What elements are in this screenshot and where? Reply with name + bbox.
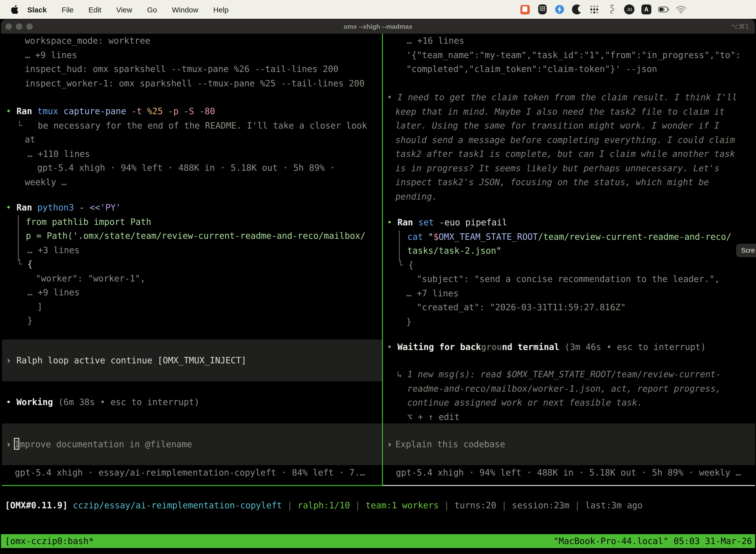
terminal-line: inspect_hud: omx sparkshell --tmux-pane …	[25, 62, 338, 76]
terminal-line: at	[25, 132, 35, 147]
terminal-line: readme-and-reco/mailbox/worker-1.json, a…	[407, 382, 721, 396]
left-pane-border	[2, 485, 382, 486]
terminal-line: should send a message before completing …	[395, 133, 735, 147]
terminal-line: ⌥ + ↑ edit	[407, 410, 460, 424]
terminal-line: "worker": "worker-1",	[36, 271, 145, 285]
pulse-icon[interactable]	[554, 4, 565, 15]
title-bar[interactable]: omx --xhigh --madmax ⌥⌘1	[1, 19, 755, 34]
terminal-line: • Working (6m 38s • esc to interrupt)	[6, 395, 199, 409]
tmux-host-clock: "MacBook-Pro-44.local" 05:03 31-Mar-26	[553, 534, 752, 548]
terminal-line: • I need to get the claim token from the…	[387, 90, 737, 105]
terminal-line: }	[406, 315, 412, 329]
terminal-line: gpt-5.4 xhigh · 94% left · 488K in · 5.1…	[396, 466, 741, 480]
terminal-line: [OMX#0.11.9] cczip/essay/ai-reimplementa…	[5, 498, 643, 512]
terminal-line: p = Path('.omx/state/team/review-current…	[26, 229, 366, 243]
terminal-line: keep that in mind. Maybe I also need the…	[395, 105, 725, 119]
menu-item-window[interactable]: Window	[165, 5, 206, 14]
right-pane[interactable]: … +16 lines'{"team_name":"my-team","task…	[383, 34, 755, 486]
terminal-content: workspace_mode: worktree… +9 linesinspec…	[1, 34, 755, 552]
terminal-line: • Ran set -euo pipefail	[387, 215, 507, 230]
terminal-line: gpt-5.4 xhigh · 94% left · 488K in · 5.1…	[37, 161, 335, 175]
terminal-line: '{"team_name":"my-team","task_id":"1","f…	[406, 48, 741, 62]
chat-icon[interactable]	[519, 4, 530, 15]
terminal-line: … +9 lines	[25, 48, 77, 62]
squiggle-icon[interactable]	[606, 4, 617, 15]
apple-menu-icon[interactable]	[11, 5, 18, 14]
terminal-line: └ be necessary for the end of the README…	[17, 118, 367, 132]
menu-item-go[interactable]: Go	[140, 5, 165, 14]
terminal-line: is in progress? It seems likely but perh…	[395, 161, 719, 175]
terminal-line: continue assigned work or next feasible …	[407, 396, 642, 410]
tmux-session-label: [omx-cczip0:bash*	[5, 534, 94, 548]
terminal-line: ›	[6, 437, 11, 451]
terminal-line: … +16 lines	[407, 34, 464, 48]
code-block-gutter	[399, 230, 400, 262]
terminal-line: • Waiting for background terminal (3m 46…	[387, 340, 706, 354]
screen-tooltip: Scre	[736, 244, 756, 257]
tmux-status-bar: [omx-cczip0:bash* "MacBook-Pro-44.local"…	[1, 534, 755, 548]
terminal-line: "completed","claim_token":"claim-token"}…	[406, 62, 657, 76]
menu-item-view[interactable]: View	[109, 5, 140, 14]
terminal-line: … +7 lines	[406, 286, 459, 300]
window-title: omx --xhigh --madmax	[1, 19, 755, 34]
shield-grid-icon[interactable]	[537, 4, 548, 15]
terminal-line: ↳ 1 new msg(s): read $OMX_TEAM_STATE_ROO…	[397, 367, 721, 382]
code-block-gutter	[18, 215, 19, 261]
terminal-line: ]	[37, 299, 43, 314]
dots-grid-icon[interactable]	[589, 4, 600, 15]
window-shortcut: ⌥⌘1	[731, 19, 749, 34]
menu-bar: Slack File Edit View Go Window Help	[0, 0, 756, 19]
terminal-line: › Ralph loop active continue [OMX_TMUX_I…	[6, 353, 246, 368]
terminal-line: └ {	[17, 257, 33, 271]
terminal-line: }	[27, 314, 33, 328]
terminal-line: … +110 lines	[27, 147, 90, 161]
terminal-line: … +3 lines	[27, 243, 80, 257]
terminal-line: gpt-5.4 xhigh · essay/ai-reimplementatio…	[15, 466, 365, 480]
wifi-icon[interactable]	[676, 4, 687, 15]
menu-item-edit[interactable]: Edit	[81, 5, 109, 14]
terminal-line: inspect task2's JSON, focusing on the st…	[395, 175, 709, 189]
terminal-line: task2 after task1 is complete, but can I…	[395, 147, 735, 161]
input-source-icon[interactable]: A	[641, 4, 652, 15]
battery-badge-icon[interactable]: ..61	[624, 4, 634, 15]
battery-icon[interactable]	[658, 4, 669, 15]
menu-item-file[interactable]: File	[54, 5, 81, 14]
terminal-window: omx --xhigh --madmax ⌥⌘1 workspace_mode:…	[1, 19, 755, 552]
terminal-line: • Ran python3 - <<'PY'	[6, 201, 121, 215]
terminal-line: "subject": "send a concise recommendatio…	[417, 272, 720, 286]
terminal-line: Explain this codebase	[395, 437, 505, 451]
terminal-line: • Ran tmux capture-pane -t %25 -p -S -80	[6, 104, 215, 118]
screen: Slack File Edit View Go Window Help	[0, 0, 756, 554]
left-pane[interactable]: workspace_mode: worktree… +9 linesinspec…	[2, 34, 382, 486]
terminal-line: from pathlib import Path	[26, 215, 151, 229]
terminal-line: cat "$OMX_TEAM_STATE_ROOT/team/review-cu…	[407, 230, 732, 244]
terminal-line: tasks/task-2.json"	[407, 244, 501, 258]
menu-item-help[interactable]: Help	[206, 5, 236, 14]
terminal-line: Improve documentation in @filename	[14, 437, 192, 451]
menu-item-slack[interactable]: Slack	[18, 5, 54, 14]
terminal-line: later. Using the same for transition mig…	[395, 119, 719, 133]
terminal-line: weekly …	[25, 175, 67, 189]
terminal-line: … +9 lines	[27, 285, 80, 299]
crescent-icon[interactable]	[571, 4, 582, 15]
menu-status-area: ..61 A	[519, 4, 756, 15]
terminal-line: inspect_worker-1: omx sparkshell --tmux-…	[25, 76, 365, 90]
terminal-line: pending.	[395, 189, 437, 204]
terminal-line: "created_at": "2026-03-31T11:59:27.816Z"	[417, 300, 626, 315]
terminal-line: workspace_mode: worktree	[25, 34, 150, 48]
terminal-line: ›	[387, 437, 392, 451]
terminal-line: └ {	[398, 258, 414, 272]
